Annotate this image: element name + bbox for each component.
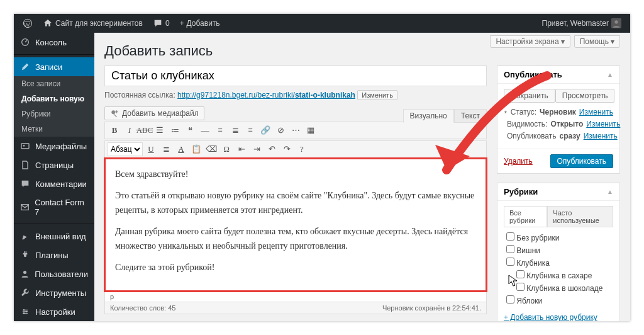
cat-cherries[interactable]: Вишни: [506, 244, 611, 256]
cat-uncategorized[interactable]: Без рубрики: [506, 231, 611, 244]
format-select[interactable]: Абзац: [108, 142, 143, 156]
bold-button[interactable]: B: [108, 123, 121, 137]
greeting[interactable]: Привет, Webmaster: [538, 18, 625, 28]
undo-button[interactable]: ↶: [265, 142, 279, 156]
cursor-icon: [508, 275, 518, 287]
editor-toolbar-2: Абзац U ≣ A 📋 ⌫ Ω ⇤ ⇥ ↶ ↷ ?: [104, 140, 487, 158]
toolbar-toggle-button[interactable]: ▦: [304, 123, 318, 137]
svg-point-9: [26, 311, 28, 313]
tab-visual[interactable]: Визуально: [403, 109, 454, 123]
bullet-list-button[interactable]: ☰: [153, 123, 167, 137]
menu-media[interactable]: Медиафайлы: [14, 137, 94, 156]
tab-text[interactable]: Текст: [454, 109, 487, 123]
screen-options-toggle[interactable]: Настройки экрана ▾: [490, 35, 570, 48]
wp-logo[interactable]: [19, 18, 36, 28]
status-line: Статус: Черновик Изменить: [504, 108, 613, 116]
editor-path: p: [104, 292, 487, 302]
delete-link[interactable]: Удалить: [504, 157, 533, 166]
site-link[interactable]: Сайт для экспериментов: [39, 18, 147, 28]
menu-posts[interactable]: Записи: [14, 57, 94, 76]
special-char-button[interactable]: Ω: [219, 142, 233, 156]
preview-button[interactable]: Просмотреть: [555, 89, 615, 103]
add-new-link[interactable]: + Добавить: [176, 19, 224, 28]
submenu-add-post[interactable]: Добавить новую: [14, 91, 94, 106]
italic-button[interactable]: I: [123, 123, 136, 137]
menu-settings[interactable]: Настройки: [14, 302, 94, 321]
admin-toolbar: Сайт для экспериментов 0 + Добавить Прив…: [14, 14, 630, 33]
edit-visibility-link[interactable]: Изменить: [586, 120, 620, 128]
comments-link[interactable]: 0: [149, 18, 174, 28]
admin-sidebar: Консоль Записи Все записи Добавить новую…: [14, 33, 94, 321]
quote-button[interactable]: ❝: [183, 123, 197, 137]
menu-plugins[interactable]: Плагины: [14, 246, 94, 264]
schedule-line: Опубликовать сразу Изменить: [504, 132, 613, 140]
cat-strawberry[interactable]: Клубника: [506, 256, 611, 269]
pin-icon: [504, 108, 508, 116]
hr-button[interactable]: —: [198, 123, 212, 137]
svg-point-8: [23, 309, 25, 311]
cat-strawberry-sugar[interactable]: Клубника в сахаре: [516, 269, 611, 281]
menu-pages[interactable]: Страницы: [14, 156, 94, 174]
svg-point-10: [23, 312, 25, 314]
menu-users[interactable]: Пользователи: [14, 264, 94, 283]
add-media-button[interactable]: Добавить медиафайл: [104, 106, 204, 120]
add-category-link[interactable]: + Добавить новую рубрику: [504, 310, 597, 321]
categories-box-header[interactable]: Рубрики▲: [497, 183, 619, 201]
align-right-button[interactable]: ≡: [243, 123, 257, 137]
menu-contact-form[interactable]: Contact Form 7: [14, 193, 94, 221]
save-draft-button[interactable]: Сохранить: [504, 89, 555, 103]
publish-box-header[interactable]: Опубликовать▲: [497, 66, 619, 84]
edit-status-link[interactable]: Изменить: [579, 108, 613, 116]
svg-point-0: [23, 19, 31, 27]
unlink-button[interactable]: ⊘: [274, 123, 287, 137]
indent-button[interactable]: ⇥: [250, 142, 264, 156]
permalink-link[interactable]: http://g971218n.bget.ru/bez-rubriki/stat…: [177, 91, 355, 99]
edit-schedule-link[interactable]: Изменить: [584, 132, 618, 140]
edit-slug-button[interactable]: Изменить: [357, 90, 397, 100]
menu-comments[interactable]: Комментарии: [14, 174, 94, 193]
cat-strawberry-chocolate[interactable]: Клубника в шоколаде: [516, 281, 611, 294]
cat-apples[interactable]: Яблоки: [506, 294, 611, 307]
submenu-all-posts[interactable]: Все записи: [14, 76, 94, 91]
menu-console[interactable]: Консоль: [14, 33, 94, 52]
underline-button[interactable]: U: [144, 142, 158, 156]
svg-point-7: [23, 271, 26, 274]
categories-box: Рубрики▲ Все рубрики Часто используемые …: [497, 183, 620, 321]
menu-tools[interactable]: Инструменты: [14, 283, 94, 302]
submenu-tags[interactable]: Метки: [14, 122, 94, 137]
svg-point-2: [614, 20, 618, 23]
publish-button[interactable]: Опубликовать: [550, 154, 613, 168]
clear-format-button[interactable]: ⌫: [204, 142, 218, 156]
paste-text-button[interactable]: 📋: [189, 142, 203, 156]
editor-status: Количество слов: 45 Черновик сохранён в …: [104, 302, 487, 314]
permalink-row: Постоянная ссылка: http://g971218n.bget.…: [104, 90, 487, 100]
svg-rect-4: [21, 144, 29, 149]
link-button[interactable]: 🔗: [258, 123, 272, 137]
svg-point-5: [23, 145, 25, 147]
redo-button[interactable]: ↷: [280, 142, 294, 156]
strike-button[interactable]: ABC: [138, 123, 152, 137]
editor-toolbar-1: B I ABC ☰ ≔ ❝ — ≡ ≣ ≡ 🔗 ⊘ ⋯: [104, 122, 487, 139]
menu-appearance[interactable]: Внешний вид: [14, 227, 94, 246]
publish-box: Опубликовать▲ Сохранить Просмотреть Стат…: [497, 65, 620, 174]
cat-tab-popular[interactable]: Часто используемые: [547, 206, 613, 227]
help-button[interactable]: ?: [295, 142, 309, 156]
align-left-button[interactable]: ≡: [213, 123, 227, 137]
more-button[interactable]: ⋯: [289, 123, 303, 137]
post-content-editor[interactable]: Всем здравствуйте! Это статьёй я открыва…: [104, 158, 487, 292]
svg-point-12: [111, 110, 115, 114]
outdent-button[interactable]: ⇤: [235, 142, 248, 156]
submenu-categories[interactable]: Рубрики: [14, 106, 94, 122]
cat-tab-all[interactable]: Все рубрики: [504, 206, 547, 227]
help-toggle[interactable]: Помощь ▾: [574, 35, 620, 48]
align-center-button[interactable]: ≣: [228, 123, 242, 137]
post-title-input[interactable]: [104, 65, 487, 86]
visibility-line: Видимость: Открыто Изменить: [504, 120, 613, 128]
text-color-button[interactable]: A: [174, 142, 188, 156]
numbered-list-button[interactable]: ≔: [168, 123, 182, 137]
justify-button[interactable]: ≣: [159, 142, 173, 156]
